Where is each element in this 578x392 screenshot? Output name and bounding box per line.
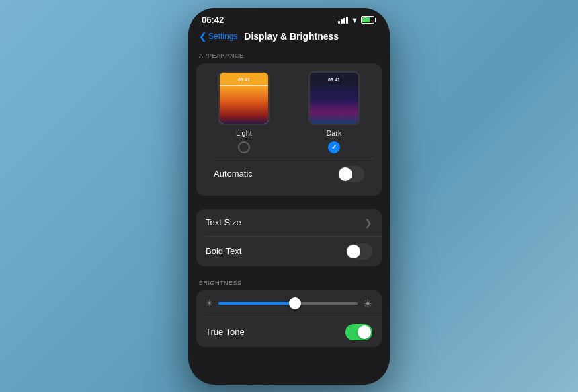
text-size-chevron-icon: ❯ <box>364 217 372 228</box>
automatic-toggle[interactable] <box>337 166 364 182</box>
battery-icon <box>361 16 376 24</box>
bold-text-toggle-thumb <box>347 245 360 258</box>
status-bar: 06:42 ▼ <box>188 8 390 30</box>
brightness-card: ☀ ☀ True Tone <box>196 290 382 347</box>
signal-bar-1 <box>338 21 340 24</box>
brightness-section-label: BRIGHTNESS <box>196 280 382 286</box>
dark-preview: 09:41 <box>308 71 360 125</box>
brightness-slider-thumb[interactable] <box>289 297 301 309</box>
light-radio[interactable] <box>238 141 250 153</box>
light-preview-wallpaper <box>220 86 268 124</box>
status-icons: ▼ <box>338 16 376 24</box>
chevron-left-icon: ❮ <box>199 32 207 41</box>
brightness-section: BRIGHTNESS ☀ ☀ True Tone <box>196 280 382 347</box>
true-tone-label: True Tone <box>206 327 245 337</box>
light-label: Light <box>236 129 252 137</box>
nav-bar: ❮ Settings Display & Brightness <box>188 30 390 46</box>
brightness-slider-track[interactable] <box>218 302 358 305</box>
content-area: APPEARANCE 09:41 Light <box>188 46 390 385</box>
bold-text-label: Bold Text <box>206 246 241 256</box>
battery-tip <box>375 18 376 22</box>
back-label: Settings <box>208 32 237 41</box>
dark-label: Dark <box>326 129 341 137</box>
wifi-icon: ▼ <box>351 16 358 24</box>
text-size-label: Text Size <box>206 217 241 227</box>
light-preview-time: 09:41 <box>238 77 250 82</box>
automatic-toggle-thumb <box>339 167 352 181</box>
brightness-high-icon: ☀ <box>363 297 372 310</box>
dark-radio[interactable] <box>328 141 340 153</box>
text-size-row[interactable]: Text Size ❯ <box>196 209 382 236</box>
appearance-options: 09:41 Light 09:41 <box>204 71 374 153</box>
dark-preview-time: 09:41 <box>328 77 340 82</box>
text-card: Text Size ❯ Bold Text <box>196 209 382 266</box>
page-title: Display & Brightness <box>237 31 345 42</box>
bold-text-toggle[interactable] <box>345 243 372 260</box>
bold-text-row: Bold Text <box>196 237 382 266</box>
phone-frame: 06:42 ▼ ❮ Settings Display & Brightness <box>188 8 390 385</box>
signal-bars-icon <box>338 17 348 24</box>
status-time: 06:42 <box>202 15 224 25</box>
gap-2 <box>188 266 390 273</box>
appearance-option-dark[interactable]: 09:41 Dark <box>308 71 360 153</box>
gap-1 <box>188 196 390 202</box>
gap-3 <box>188 347 390 354</box>
automatic-row: Automatic <box>204 159 374 189</box>
appearance-card: 09:41 Light 09:41 <box>196 63 382 196</box>
appearance-section: APPEARANCE 09:41 Light <box>196 52 382 196</box>
signal-bar-3 <box>343 18 345 24</box>
text-section: Text Size ❯ Bold Text <box>196 209 382 266</box>
dark-preview-timebar: 09:41 <box>310 74 358 86</box>
appearance-option-light[interactable]: 09:41 Light <box>218 71 270 153</box>
brightness-low-icon: ☀ <box>206 299 213 308</box>
light-preview-timebar: 09:41 <box>220 74 268 86</box>
brightness-slider-fill <box>218 302 295 305</box>
true-tone-toggle[interactable] <box>345 324 372 340</box>
true-tone-toggle-thumb <box>358 325 371 339</box>
automatic-label: Automatic <box>214 169 253 179</box>
battery-body <box>361 16 374 24</box>
light-preview: 09:41 <box>218 71 270 125</box>
appearance-section-label: APPEARANCE <box>196 52 382 59</box>
battery-fill <box>362 17 370 22</box>
true-tone-row: True Tone <box>196 317 382 347</box>
signal-bar-2 <box>341 19 343 24</box>
back-button[interactable]: ❮ Settings <box>199 32 237 41</box>
signal-bar-4 <box>346 17 348 24</box>
dark-preview-wallpaper <box>310 86 358 124</box>
brightness-slider-row: ☀ ☀ <box>196 290 382 317</box>
